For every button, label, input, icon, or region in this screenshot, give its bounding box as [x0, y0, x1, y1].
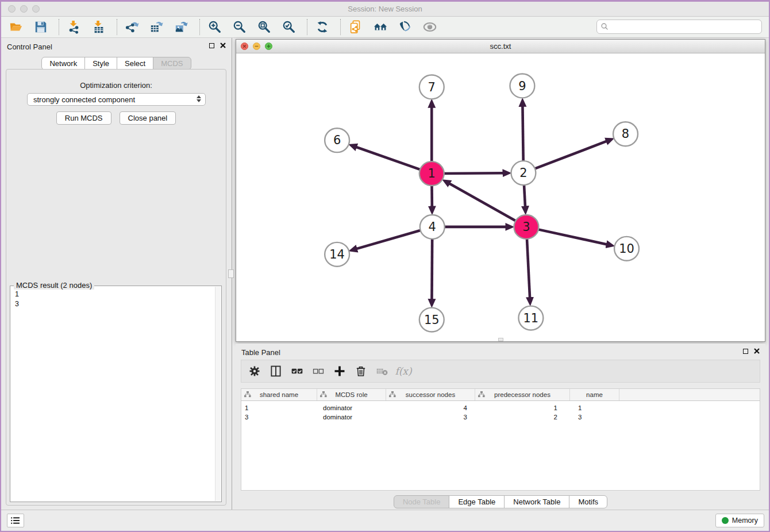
- export-image-button[interactable]: [172, 18, 191, 36]
- graph-edge-4-14[interactable]: [356, 230, 422, 249]
- hierarchy-icon: [478, 391, 485, 398]
- graph-node-15[interactable]: 15: [419, 308, 444, 332]
- control-panel: Control Panel NetworkStyleSelectMCDS Opt…: [1, 38, 232, 510]
- control-tab-style[interactable]: Style: [84, 57, 117, 70]
- app-title: Session: New Session: [1, 2, 769, 16]
- column-header-name[interactable]: name: [570, 389, 619, 400]
- float-panel-icon[interactable]: [743, 349, 748, 354]
- svg-text:14: 14: [329, 248, 345, 261]
- column-header-label: successor nodes: [386, 391, 475, 398]
- function-builder-button: f(x): [396, 364, 411, 379]
- graph-node-1[interactable]: 1: [419, 161, 444, 186]
- graph-edge-1-6[interactable]: [356, 147, 422, 170]
- graph-node-2[interactable]: 2: [511, 161, 536, 185]
- column-header-label: MCDS role: [317, 391, 386, 398]
- save-session-button[interactable]: [32, 18, 50, 36]
- control-tab-mcds[interactable]: MCDS: [153, 57, 191, 70]
- graph-edge-2-3[interactable]: [524, 184, 525, 207]
- graph-node-10[interactable]: 10: [614, 237, 639, 261]
- close-panel-icon[interactable]: [754, 348, 760, 354]
- zoom-out-button[interactable]: [230, 18, 249, 36]
- delete-columns-button[interactable]: [353, 364, 368, 379]
- graph-edge-2-9[interactable]: [522, 106, 523, 162]
- main-toolbar: [1, 17, 769, 38]
- table-cell: dominator: [317, 404, 386, 411]
- column-header-label: name: [570, 391, 619, 398]
- graph-edge-2-8[interactable]: [534, 141, 607, 169]
- result-scrollbar[interactable]: [215, 287, 221, 501]
- status-bar: Memory: [1, 510, 769, 531]
- import-table-button[interactable]: [90, 18, 108, 36]
- open-file-button[interactable]: [7, 18, 25, 36]
- network-window-titlebar[interactable]: scc.txt: [236, 40, 765, 53]
- graph-edge-3-10[interactable]: [537, 229, 607, 245]
- column-header-label: predecessor nodes: [475, 391, 569, 398]
- table-tab-network-table[interactable]: Network Table: [504, 495, 569, 508]
- splitter-grip[interactable]: [228, 269, 234, 278]
- run-mcds-button[interactable]: Run MCDS: [56, 111, 111, 125]
- float-panel-icon[interactable]: [209, 43, 214, 48]
- create-column-button[interactable]: [332, 364, 347, 379]
- graph-node-14[interactable]: 14: [325, 242, 349, 267]
- graph-node-8[interactable]: 8: [613, 122, 638, 146]
- graph-edge-1-2[interactable]: [442, 173, 503, 174]
- table-panel-title: Table Panel: [241, 348, 280, 357]
- search-box[interactable]: [596, 20, 762, 34]
- column-header-predecessor-nodes[interactable]: predecessor nodes: [475, 389, 570, 400]
- column-header-shared-name[interactable]: shared name: [241, 389, 317, 400]
- column-header-mcds-role[interactable]: MCDS role: [317, 389, 386, 400]
- zoom-selected-button[interactable]: [280, 18, 298, 36]
- toolbar-separator: [340, 19, 341, 35]
- search-input[interactable]: [611, 21, 761, 33]
- graph-edge-3-1[interactable]: [449, 183, 517, 221]
- table-cell: 2: [475, 414, 570, 421]
- graph-node-4[interactable]: 4: [420, 215, 445, 239]
- refresh-layout-button[interactable]: [313, 18, 332, 36]
- network-canvas[interactable]: 1234678910111415: [236, 53, 765, 341]
- graph-node-9[interactable]: 9: [510, 74, 534, 98]
- zoom-fit-button[interactable]: [255, 18, 274, 36]
- mcds-result-list[interactable]: 13: [10, 290, 215, 500]
- table-settings-button[interactable]: [247, 364, 262, 379]
- svg-text:10: 10: [619, 242, 634, 256]
- svg-text:11: 11: [523, 311, 539, 325]
- apply-style-button[interactable]: [396, 18, 414, 36]
- zoom-in-button[interactable]: [206, 18, 224, 36]
- mcds-panel: Optimization criterion: strongly connect…: [6, 69, 226, 506]
- clone-network-button[interactable]: [346, 18, 365, 36]
- graph-node-3[interactable]: 3: [514, 215, 538, 239]
- unselect-all-columns-button[interactable]: [311, 364, 326, 379]
- select-all-columns-button[interactable]: [290, 364, 305, 379]
- hierarchy-icon: [244, 391, 251, 398]
- splitter-grip[interactable]: [498, 338, 503, 341]
- first-neighbors-button[interactable]: [371, 18, 390, 36]
- control-tab-select[interactable]: Select: [117, 57, 153, 70]
- table-row[interactable]: 1dominator411: [241, 403, 760, 413]
- network-graph: 1234678910111415: [236, 53, 765, 341]
- graph-edge-4-15[interactable]: [432, 238, 432, 300]
- memory-button[interactable]: Memory: [715, 514, 764, 527]
- control-tab-network[interactable]: Network: [41, 57, 85, 70]
- column-header-successor-nodes[interactable]: successor nodes: [386, 389, 475, 400]
- show-columns-button[interactable]: [268, 364, 283, 379]
- import-network-button[interactable]: [65, 18, 83, 36]
- close-panel-icon[interactable]: [220, 43, 226, 48]
- graph-node-6[interactable]: 6: [325, 128, 349, 152]
- export-network-button[interactable]: [123, 18, 141, 36]
- task-history-button[interactable]: [7, 514, 24, 527]
- criterion-dropdown[interactable]: strongly connected component: [27, 93, 206, 106]
- graph-node-7[interactable]: 7: [419, 75, 444, 99]
- toolbar-separator: [199, 19, 200, 35]
- close-panel-button[interactable]: Close panel: [120, 111, 176, 125]
- toolbar-separator: [59, 19, 59, 35]
- mcds-result-group: MCDS result (2 nodes) 13: [10, 286, 222, 502]
- memory-label: Memory: [732, 516, 758, 525]
- graph-edge-3-11[interactable]: [527, 238, 530, 298]
- export-table-button[interactable]: [148, 18, 166, 36]
- table-row[interactable]: 3dominator323: [241, 413, 760, 422]
- column-header-label: shared name: [241, 391, 317, 398]
- table-tab-node-table[interactable]: Node Table: [394, 495, 450, 508]
- table-tab-edge-table[interactable]: Edge Table: [449, 495, 505, 508]
- table-tab-motifs[interactable]: Motifs: [569, 495, 607, 508]
- graph-node-11[interactable]: 11: [518, 306, 543, 330]
